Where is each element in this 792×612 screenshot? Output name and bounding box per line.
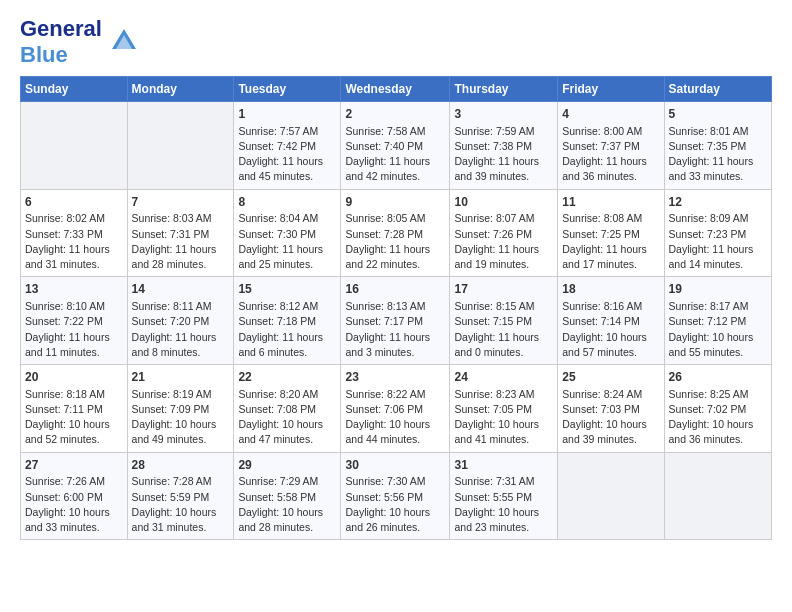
day-number: 1	[238, 106, 336, 123]
day-number: 25	[562, 369, 659, 386]
day-cell: 9Sunrise: 8:05 AMSunset: 7:28 PMDaylight…	[341, 189, 450, 277]
page: General Blue SundayMondayTuesdayWednesda…	[0, 0, 792, 556]
day-cell: 4Sunrise: 8:00 AMSunset: 7:37 PMDaylight…	[558, 102, 664, 190]
day-number: 7	[132, 194, 230, 211]
day-info: Sunrise: 8:04 AMSunset: 7:30 PMDaylight:…	[238, 211, 336, 272]
day-number: 2	[345, 106, 445, 123]
day-info: Sunrise: 8:17 AMSunset: 7:12 PMDaylight:…	[669, 299, 767, 360]
day-info: Sunrise: 8:00 AMSunset: 7:37 PMDaylight:…	[562, 124, 659, 185]
day-cell	[127, 102, 234, 190]
day-info: Sunrise: 8:18 AMSunset: 7:11 PMDaylight:…	[25, 387, 123, 448]
day-number: 19	[669, 281, 767, 298]
day-cell: 27Sunrise: 7:26 AMSunset: 6:00 PMDayligh…	[21, 452, 128, 540]
day-cell: 29Sunrise: 7:29 AMSunset: 5:58 PMDayligh…	[234, 452, 341, 540]
day-cell: 23Sunrise: 8:22 AMSunset: 7:06 PMDayligh…	[341, 365, 450, 453]
weekday-header-wednesday: Wednesday	[341, 77, 450, 102]
day-number: 8	[238, 194, 336, 211]
day-cell: 7Sunrise: 8:03 AMSunset: 7:31 PMDaylight…	[127, 189, 234, 277]
day-cell: 10Sunrise: 8:07 AMSunset: 7:26 PMDayligh…	[450, 189, 558, 277]
day-number: 22	[238, 369, 336, 386]
day-info: Sunrise: 7:26 AMSunset: 6:00 PMDaylight:…	[25, 474, 123, 535]
day-number: 26	[669, 369, 767, 386]
calendar-table: SundayMondayTuesdayWednesdayThursdayFrid…	[20, 76, 772, 540]
header: General Blue	[20, 16, 772, 68]
day-info: Sunrise: 7:58 AMSunset: 7:40 PMDaylight:…	[345, 124, 445, 185]
day-number: 14	[132, 281, 230, 298]
day-info: Sunrise: 8:11 AMSunset: 7:20 PMDaylight:…	[132, 299, 230, 360]
day-cell: 12Sunrise: 8:09 AMSunset: 7:23 PMDayligh…	[664, 189, 771, 277]
day-info: Sunrise: 7:30 AMSunset: 5:56 PMDaylight:…	[345, 474, 445, 535]
day-number: 29	[238, 457, 336, 474]
day-info: Sunrise: 8:05 AMSunset: 7:28 PMDaylight:…	[345, 211, 445, 272]
day-cell: 1Sunrise: 7:57 AMSunset: 7:42 PMDaylight…	[234, 102, 341, 190]
day-info: Sunrise: 7:31 AMSunset: 5:55 PMDaylight:…	[454, 474, 553, 535]
weekday-header-sunday: Sunday	[21, 77, 128, 102]
day-cell: 2Sunrise: 7:58 AMSunset: 7:40 PMDaylight…	[341, 102, 450, 190]
week-row-5: 27Sunrise: 7:26 AMSunset: 6:00 PMDayligh…	[21, 452, 772, 540]
weekday-header-row: SundayMondayTuesdayWednesdayThursdayFrid…	[21, 77, 772, 102]
day-cell: 8Sunrise: 8:04 AMSunset: 7:30 PMDaylight…	[234, 189, 341, 277]
day-info: Sunrise: 8:07 AMSunset: 7:26 PMDaylight:…	[454, 211, 553, 272]
day-info: Sunrise: 7:28 AMSunset: 5:59 PMDaylight:…	[132, 474, 230, 535]
day-number: 11	[562, 194, 659, 211]
day-cell: 24Sunrise: 8:23 AMSunset: 7:05 PMDayligh…	[450, 365, 558, 453]
day-cell: 6Sunrise: 8:02 AMSunset: 7:33 PMDaylight…	[21, 189, 128, 277]
day-cell: 17Sunrise: 8:15 AMSunset: 7:15 PMDayligh…	[450, 277, 558, 365]
day-number: 5	[669, 106, 767, 123]
day-number: 27	[25, 457, 123, 474]
week-row-1: 1Sunrise: 7:57 AMSunset: 7:42 PMDaylight…	[21, 102, 772, 190]
day-number: 16	[345, 281, 445, 298]
week-row-3: 13Sunrise: 8:10 AMSunset: 7:22 PMDayligh…	[21, 277, 772, 365]
day-info: Sunrise: 8:10 AMSunset: 7:22 PMDaylight:…	[25, 299, 123, 360]
logo-triangle-icon	[110, 27, 138, 55]
weekday-header-friday: Friday	[558, 77, 664, 102]
day-info: Sunrise: 8:09 AMSunset: 7:23 PMDaylight:…	[669, 211, 767, 272]
day-cell: 11Sunrise: 8:08 AMSunset: 7:25 PMDayligh…	[558, 189, 664, 277]
day-number: 21	[132, 369, 230, 386]
day-cell: 28Sunrise: 7:28 AMSunset: 5:59 PMDayligh…	[127, 452, 234, 540]
day-number: 30	[345, 457, 445, 474]
day-info: Sunrise: 8:24 AMSunset: 7:03 PMDaylight:…	[562, 387, 659, 448]
day-number: 18	[562, 281, 659, 298]
day-cell: 31Sunrise: 7:31 AMSunset: 5:55 PMDayligh…	[450, 452, 558, 540]
day-number: 17	[454, 281, 553, 298]
weekday-header-monday: Monday	[127, 77, 234, 102]
logo-blue: Blue	[20, 42, 68, 67]
day-cell: 13Sunrise: 8:10 AMSunset: 7:22 PMDayligh…	[21, 277, 128, 365]
day-info: Sunrise: 8:19 AMSunset: 7:09 PMDaylight:…	[132, 387, 230, 448]
day-cell: 15Sunrise: 8:12 AMSunset: 7:18 PMDayligh…	[234, 277, 341, 365]
day-number: 20	[25, 369, 123, 386]
weekday-header-tuesday: Tuesday	[234, 77, 341, 102]
day-info: Sunrise: 8:23 AMSunset: 7:05 PMDaylight:…	[454, 387, 553, 448]
day-number: 31	[454, 457, 553, 474]
day-number: 10	[454, 194, 553, 211]
logo: General Blue	[20, 16, 138, 68]
day-number: 6	[25, 194, 123, 211]
day-info: Sunrise: 7:57 AMSunset: 7:42 PMDaylight:…	[238, 124, 336, 185]
day-cell: 21Sunrise: 8:19 AMSunset: 7:09 PMDayligh…	[127, 365, 234, 453]
day-number: 4	[562, 106, 659, 123]
day-info: Sunrise: 8:02 AMSunset: 7:33 PMDaylight:…	[25, 211, 123, 272]
weekday-header-saturday: Saturday	[664, 77, 771, 102]
day-cell: 3Sunrise: 7:59 AMSunset: 7:38 PMDaylight…	[450, 102, 558, 190]
day-cell: 19Sunrise: 8:17 AMSunset: 7:12 PMDayligh…	[664, 277, 771, 365]
day-info: Sunrise: 8:12 AMSunset: 7:18 PMDaylight:…	[238, 299, 336, 360]
day-info: Sunrise: 8:01 AMSunset: 7:35 PMDaylight:…	[669, 124, 767, 185]
weekday-header-thursday: Thursday	[450, 77, 558, 102]
day-info: Sunrise: 8:08 AMSunset: 7:25 PMDaylight:…	[562, 211, 659, 272]
day-info: Sunrise: 7:59 AMSunset: 7:38 PMDaylight:…	[454, 124, 553, 185]
day-cell: 20Sunrise: 8:18 AMSunset: 7:11 PMDayligh…	[21, 365, 128, 453]
day-cell	[664, 452, 771, 540]
day-info: Sunrise: 8:03 AMSunset: 7:31 PMDaylight:…	[132, 211, 230, 272]
day-number: 23	[345, 369, 445, 386]
day-cell: 5Sunrise: 8:01 AMSunset: 7:35 PMDaylight…	[664, 102, 771, 190]
day-cell: 26Sunrise: 8:25 AMSunset: 7:02 PMDayligh…	[664, 365, 771, 453]
day-cell: 25Sunrise: 8:24 AMSunset: 7:03 PMDayligh…	[558, 365, 664, 453]
week-row-4: 20Sunrise: 8:18 AMSunset: 7:11 PMDayligh…	[21, 365, 772, 453]
day-info: Sunrise: 8:22 AMSunset: 7:06 PMDaylight:…	[345, 387, 445, 448]
week-row-2: 6Sunrise: 8:02 AMSunset: 7:33 PMDaylight…	[21, 189, 772, 277]
day-number: 13	[25, 281, 123, 298]
day-info: Sunrise: 8:15 AMSunset: 7:15 PMDaylight:…	[454, 299, 553, 360]
day-number: 15	[238, 281, 336, 298]
day-number: 12	[669, 194, 767, 211]
